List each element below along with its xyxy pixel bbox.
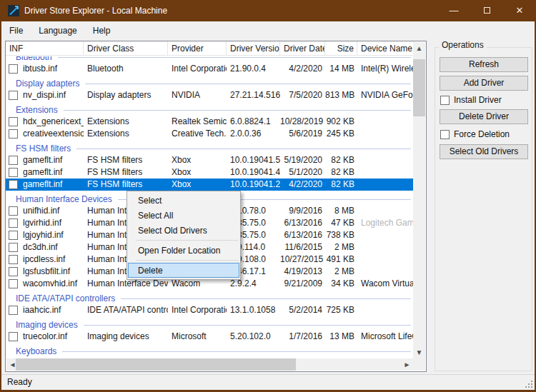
- menu-item-help[interactable]: Help: [85, 21, 119, 40]
- device-name-cell: [357, 229, 414, 241]
- row-checkbox[interactable]: [9, 332, 18, 341]
- context-menu-item-select-old-drivers[interactable]: Select Old Drivers: [128, 223, 239, 238]
- inf-cell: unifhid.inf: [6, 205, 84, 217]
- row-checkbox[interactable]: [9, 64, 18, 74]
- table-row[interactable]: creativeextensio...ExtensionsCreative Te…: [6, 128, 414, 140]
- column-header-size[interactable]: Size: [325, 41, 357, 56]
- table-row[interactable]: iaahcic.infIDE ATA/ATAPI control...Intel…: [6, 304, 414, 316]
- checkbox-box[interactable]: [440, 130, 450, 139]
- inf-cell: gameflt.inf: [6, 166, 84, 179]
- menu-separator: [136, 240, 238, 241]
- size-cell: 2 MB: [325, 266, 357, 278]
- group-header-ide-ata-atapi-controllers: IDE ATA/ATAPI controllers: [6, 290, 414, 304]
- size-cell: 34 KB: [325, 278, 357, 290]
- maximize-button[interactable]: [470, 0, 503, 21]
- driver-date-cell: 9/21/2009: [280, 278, 325, 290]
- column-header-driver-date[interactable]: Driver Date: [280, 41, 325, 56]
- inf-name: nv_dispi.inf: [23, 89, 66, 101]
- size-cell: 14 MB: [325, 63, 357, 75]
- driver-date-cell: 5/19/2020: [280, 154, 325, 166]
- horizontal-scrollbar[interactable]: ◄ ►: [6, 358, 413, 371]
- group-label: Human Interface Devices: [16, 194, 112, 205]
- size-cell: 82 KB: [325, 166, 357, 179]
- refresh-button[interactable]: Refresh: [440, 57, 528, 72]
- group-label: IDE ATA/ATAPI controllers: [16, 293, 115, 304]
- device-name-cell: Logitech Gaming: [357, 217, 414, 229]
- row-checkbox[interactable]: [9, 231, 18, 240]
- checkbox-box[interactable]: [440, 96, 450, 105]
- inf-cell: lgvirhid.inf: [6, 217, 84, 229]
- context-menu-item-delete[interactable]: Delete: [128, 263, 239, 278]
- inf-cell: ipcdless.inf: [6, 253, 84, 266]
- table-row[interactable]: gameflt.infFS HSM filtersXbox10.0.19041.…: [6, 166, 414, 179]
- menu-separator: [136, 260, 238, 261]
- group-line: [84, 325, 411, 326]
- provider-cell: NVIDIA: [168, 89, 227, 101]
- column-header-driver-version[interactable]: Driver Version: [227, 41, 280, 56]
- row-checkbox[interactable]: [9, 168, 18, 177]
- size-cell: 725 KB: [325, 304, 357, 316]
- delete-driver-button[interactable]: Delete Driver: [440, 109, 528, 124]
- table-row[interactable]: ibtusb.infBluetoothIntel Corporation21.9…: [6, 63, 414, 75]
- inf-name: ibtusb.inf: [23, 63, 57, 75]
- column-header-provider[interactable]: Provider: [168, 41, 227, 56]
- driver-version-cell: 5.20.102.0: [227, 331, 280, 343]
- menu-item-file[interactable]: File: [1, 21, 31, 40]
- table-row[interactable]: nv_dispi.infDisplay adaptersNVIDIA27.21.…: [6, 89, 414, 101]
- group-label: Keyboards: [16, 346, 56, 357]
- scroll-up-icon[interactable]: ▲: [413, 42, 425, 54]
- checkbox-label: Install Driver: [454, 95, 502, 105]
- context-menu: SelectSelect AllSelect Old DriversOpen F…: [126, 191, 241, 280]
- inf-name: lgjoyhid.inf: [23, 229, 64, 241]
- row-checkbox[interactable]: [9, 255, 18, 264]
- install-driver-checkbox[interactable]: Install Driver: [440, 95, 502, 105]
- close-button[interactable]: ✕: [503, 0, 536, 21]
- row-checkbox[interactable]: [9, 306, 18, 315]
- row-checkbox[interactable]: [9, 218, 18, 228]
- group-line: [64, 110, 411, 111]
- row-checkbox[interactable]: [9, 117, 18, 126]
- column-header-driver-class[interactable]: Driver Classˆ: [84, 41, 168, 56]
- row-checkbox[interactable]: [9, 206, 18, 216]
- column-header-device-name[interactable]: Device Name: [357, 41, 414, 56]
- table-row[interactable]: truecolor.infImaging devicesMicrosoft5.2…: [6, 331, 414, 343]
- column-header-inf[interactable]: INF: [6, 41, 84, 56]
- group-header-imaging-devices: Imaging devices: [6, 316, 414, 331]
- vertical-scroll-thumb[interactable]: [413, 59, 425, 116]
- scroll-down-icon[interactable]: ▼: [413, 346, 425, 358]
- size-cell: 47 KB: [325, 217, 357, 229]
- device-name-cell: [357, 241, 414, 253]
- horizontal-scroll-thumb[interactable]: [16, 358, 296, 371]
- force-deletion-checkbox[interactable]: Force Deletion: [440, 129, 510, 139]
- row-checkbox[interactable]: [9, 91, 18, 100]
- resize-grip-icon[interactable]: [525, 381, 532, 388]
- select-old-drivers-button[interactable]: Select Old Drivers: [440, 144, 528, 159]
- driver-version-cell: 2.0.0.36: [227, 128, 280, 140]
- table-row[interactable]: gameflt.infFS HSM filtersXbox10.0.19041.…: [6, 179, 414, 191]
- scroll-right-icon[interactable]: ►: [401, 358, 413, 371]
- row-checkbox[interactable]: [9, 267, 18, 276]
- row-checkbox[interactable]: [9, 279, 18, 288]
- inf-name: gameflt.inf: [23, 166, 62, 179]
- list-header: INFDriver ClassˆProviderDriver VersionDr…: [6, 41, 414, 56]
- device-name-cell: Wacom Virtual Hid: [357, 278, 414, 290]
- vertical-scrollbar[interactable]: ▲ ▼: [413, 42, 425, 358]
- row-checkbox[interactable]: [9, 129, 18, 139]
- inf-cell: gameflt.inf: [6, 179, 84, 191]
- driver-class-cell: Display adapters: [84, 89, 168, 101]
- driver-version-cell: 10.0.19041.5: [227, 154, 280, 166]
- context-menu-item-select-all[interactable]: Select All: [128, 208, 239, 223]
- table-row[interactable]: hdx_genericext_...ExtensionsRealtek Semi…: [6, 116, 414, 128]
- add-driver-button[interactable]: Add Driver: [440, 76, 528, 91]
- context-menu-item-select[interactable]: Select: [128, 193, 239, 208]
- driver-version-cell: 6.0.8824.1: [227, 116, 280, 128]
- scrollbar-corner: [413, 358, 425, 371]
- row-checkbox[interactable]: [9, 156, 18, 165]
- context-menu-item-open-folder-location[interactable]: Open Folder Location: [128, 243, 239, 258]
- minimize-button[interactable]: —: [437, 0, 470, 21]
- row-checkbox[interactable]: [9, 180, 18, 189]
- table-row[interactable]: gameflt.infFS HSM filtersXbox10.0.19041.…: [6, 154, 414, 166]
- inf-name: hdx_genericext_...: [23, 116, 84, 128]
- menu-item-language[interactable]: Language: [31, 21, 84, 40]
- row-checkbox[interactable]: [9, 243, 18, 252]
